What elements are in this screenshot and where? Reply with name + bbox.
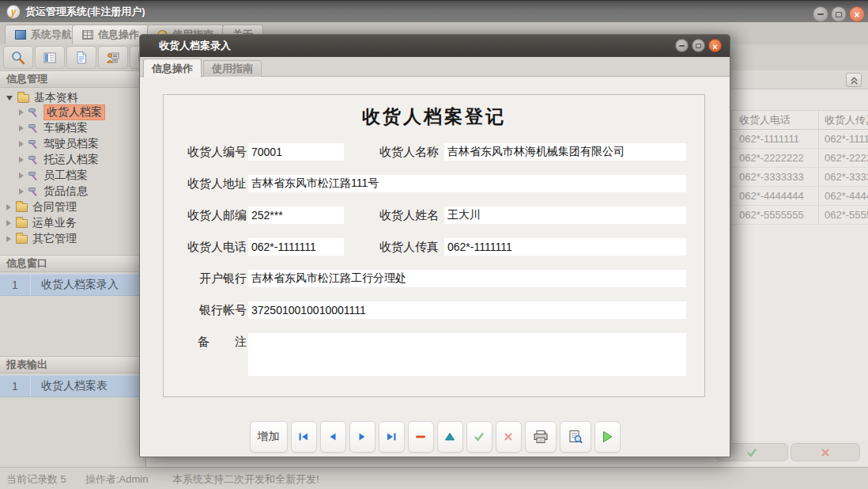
field-label-consignee-phone: 收货人电话 xyxy=(164,240,247,255)
nav-square-icon xyxy=(15,30,26,40)
tool-icon xyxy=(28,186,39,197)
dialog-minimize-button[interactable] xyxy=(675,39,689,52)
info-window-item[interactable]: 1 收货人档案录入 xyxy=(0,274,145,296)
staff-button[interactable] xyxy=(98,46,128,69)
search-icon xyxy=(10,50,26,66)
tab-info-operation[interactable]: 信息操作 xyxy=(72,25,149,44)
dialog-tabbar: 信息操作 使用指南 xyxy=(140,57,730,77)
dialog-tab-user-guide[interactable]: 使用指南 xyxy=(203,60,262,77)
grid-row[interactable]: 062*-4444444 062*-4444444 xyxy=(732,187,868,206)
tree-item-label: 员工档案 xyxy=(43,169,88,183)
document-button[interactable] xyxy=(66,46,96,69)
tree-item-vehicle-archive[interactable]: 车辆档案 xyxy=(0,120,145,136)
field-label-consignee-name: 收货人名称 xyxy=(358,145,439,160)
grid-cell: 062*-3333333 xyxy=(732,171,818,183)
field-label-bank-name: 开户银行 xyxy=(164,271,247,286)
collapse-up-icon xyxy=(849,75,859,85)
consignee-entry-dialog: 收货人档案录入 信息操作 使用指南 收货人档案登记 收货人编号 收货人名称 xyxy=(139,34,730,457)
remark-textarea[interactable] xyxy=(248,333,686,376)
grid-cell: 062*-3333333 xyxy=(818,168,868,186)
add-button[interactable]: 增加 xyxy=(250,421,288,453)
grid-row[interactable]: 062*-3333333 062*-3333333 xyxy=(732,168,868,187)
consignee-no-input[interactable] xyxy=(248,143,344,161)
edit-up-icon xyxy=(444,432,455,442)
tree-item-employee-archive[interactable]: 员工档案 xyxy=(0,168,145,184)
next-record-button[interactable] xyxy=(349,421,376,453)
bank-name-input[interactable] xyxy=(248,270,686,287)
first-record-button[interactable] xyxy=(291,421,317,453)
maximize-button[interactable] xyxy=(831,6,847,22)
tab-label: 使用指南 xyxy=(212,62,253,76)
print-preview-button[interactable] xyxy=(560,421,591,453)
tab-system-nav[interactable]: 系统导航 xyxy=(5,25,82,44)
tree-item-shipper-archive[interactable]: 托运人档案 xyxy=(0,152,145,168)
close-button[interactable] xyxy=(849,6,865,22)
consignee-zip-input[interactable] xyxy=(248,207,344,224)
caret-right-icon[interactable] xyxy=(6,220,11,226)
last-record-button[interactable] xyxy=(379,421,405,453)
status-record-count: 当前记录数 5 xyxy=(6,472,66,487)
dialog-title: 收货人档案录入 xyxy=(159,39,231,53)
caret-right-icon[interactable] xyxy=(19,188,24,195)
print-button[interactable] xyxy=(525,421,557,453)
tree-item-waybill-business[interactable]: 运单业务 xyxy=(0,215,145,231)
grid-header-row: 收货人电话 收货人传真 xyxy=(732,111,868,130)
cancel-button[interactable] xyxy=(791,443,860,461)
collapse-panel-button[interactable] xyxy=(846,73,862,87)
consignee-address-input[interactable] xyxy=(248,175,686,192)
sidebar-header-report-output: 报表输出 xyxy=(0,356,145,373)
tree-item-driver-archive[interactable]: 驾驶员档案 xyxy=(0,136,145,152)
consignee-name-input[interactable] xyxy=(444,143,686,161)
caret-right-icon[interactable] xyxy=(6,204,11,210)
minimize-icon xyxy=(817,13,824,15)
list-item-index: 1 xyxy=(0,380,30,392)
grid-cell: 062*-2222222 xyxy=(732,152,818,164)
minimize-button[interactable] xyxy=(813,6,828,22)
cancel-edit-button[interactable] xyxy=(496,421,522,453)
tree-item-consignee-archive[interactable]: 收货人档案 xyxy=(0,104,145,120)
tree-item-other-management[interactable]: 其它管理 xyxy=(0,231,145,247)
grid-row[interactable]: 062*-1111111 062*-1111111 xyxy=(732,130,868,149)
dialog-titlebar: 收货人档案录入 xyxy=(140,35,730,57)
form-button[interactable] xyxy=(35,46,65,69)
caret-right-icon[interactable] xyxy=(19,125,24,131)
dialog-toolbar: 增加 xyxy=(140,421,730,453)
consignee-fax-input[interactable] xyxy=(444,238,686,256)
caret-right-icon[interactable] xyxy=(19,141,24,147)
tree-item-goods-info[interactable]: 货品信息 xyxy=(0,184,145,199)
prev-record-button[interactable] xyxy=(320,421,346,453)
app-logo-icon: y xyxy=(6,5,21,19)
grid-cell: 062*-5555555 xyxy=(732,209,818,221)
delete-button[interactable] xyxy=(408,421,434,453)
caret-down-icon[interactable] xyxy=(6,96,13,100)
tree-item-basic-data[interactable]: 基本资料 xyxy=(0,89,145,104)
edit-button[interactable] xyxy=(437,421,463,453)
dialog-close-button[interactable] xyxy=(708,39,722,52)
run-icon xyxy=(602,430,613,443)
bank-account-input[interactable] xyxy=(248,301,686,319)
run-button[interactable] xyxy=(594,421,621,453)
consignee-phone-input[interactable] xyxy=(248,238,344,256)
post-button[interactable] xyxy=(466,421,492,453)
tab-label: 信息操作 xyxy=(98,28,139,42)
field-label-consignee-no: 收货人编号 xyxy=(164,145,247,160)
caret-right-icon[interactable] xyxy=(19,172,24,179)
dialog-maximize-button[interactable] xyxy=(692,39,705,52)
prev-record-icon xyxy=(327,432,338,442)
caret-right-icon[interactable] xyxy=(6,236,11,242)
caret-right-icon[interactable] xyxy=(19,157,24,163)
dialog-tab-info-operation[interactable]: 信息操作 xyxy=(143,59,202,78)
window-title: 货运管理系统(非注册用户) xyxy=(25,5,145,19)
list-item-label: 收货人档案表 xyxy=(31,379,108,393)
post-check-icon xyxy=(474,432,485,442)
confirm-check-icon xyxy=(745,447,758,458)
report-item[interactable]: 1 收货人档案表 xyxy=(0,375,145,397)
field-label-consignee-fax: 收货人传真 xyxy=(358,240,439,255)
grid-row[interactable]: 062*-5555555 062*-5555555 xyxy=(732,206,868,225)
grid-row[interactable]: 062*-2222222 062*-2222222 xyxy=(732,149,868,168)
contact-person-input[interactable] xyxy=(444,207,686,224)
tree-item-contract-management[interactable]: 合同管理 xyxy=(0,199,145,215)
caret-right-icon[interactable] xyxy=(19,109,24,116)
last-record-icon xyxy=(386,432,397,442)
search-button[interactable] xyxy=(3,46,33,69)
